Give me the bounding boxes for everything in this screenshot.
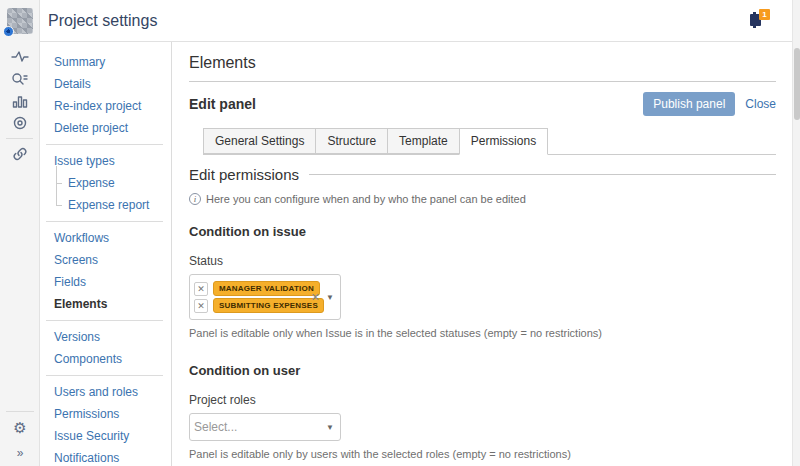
dropdown-arrow-icon[interactable]: ▼ xyxy=(326,423,334,432)
sidebar-item-issue-types[interactable]: Issue types xyxy=(40,150,171,172)
shortcuts-link-icon[interactable] xyxy=(0,145,40,163)
app-icon-rail: ⚙ » xyxy=(0,0,40,466)
rail-divider xyxy=(6,138,33,139)
status-lozenge: SUBMITTING EXPENSES xyxy=(213,298,324,313)
sidebar-item-components[interactable]: Components xyxy=(40,348,171,370)
page-header-title: Project settings xyxy=(48,12,157,30)
sidebar-item-summary[interactable]: Summary xyxy=(40,51,171,73)
project-roles-select[interactable]: Select... ▼ xyxy=(189,413,341,441)
sidebar-item-workflows[interactable]: Workflows xyxy=(40,227,171,249)
addon-notification-icon[interactable]: 1 xyxy=(748,9,770,29)
search-issues-icon[interactable] xyxy=(0,70,40,88)
addon-badge-count: 1 xyxy=(759,9,770,20)
edit-permissions-legend: Edit permissions xyxy=(189,166,776,183)
tab-template[interactable]: Template xyxy=(387,128,460,154)
page-title: Elements xyxy=(189,54,776,72)
scrollbar-track[interactable] xyxy=(792,0,800,466)
selected-status-row: ✕ MANAGER VALIDATION xyxy=(194,281,306,296)
sidebar-item-versions[interactable]: Versions xyxy=(40,326,171,348)
releases-target-icon[interactable] xyxy=(0,114,40,132)
project-settings-sidebar: Summary Details Re-index project Delete … xyxy=(40,42,172,466)
info-message: i Here you can configure when and by who… xyxy=(189,193,776,205)
sidebar-item-screens[interactable]: Screens xyxy=(40,249,171,271)
status-label: Status xyxy=(189,254,776,268)
project-roles-label: Project roles xyxy=(189,393,776,407)
project-avatar[interactable] xyxy=(7,8,33,34)
info-text: Here you can configure when and by who t… xyxy=(206,193,526,205)
project-roles-placeholder: Select... xyxy=(194,420,237,434)
sidebar-item-expense[interactable]: Expense xyxy=(40,172,171,194)
title-divider xyxy=(189,81,776,82)
selected-status-row: ✕ SUBMITTING EXPENSES xyxy=(194,298,306,313)
expand-sidebar-icon[interactable]: » xyxy=(0,444,40,462)
sidebar-divider xyxy=(46,375,163,376)
remove-tag-icon[interactable]: ✕ xyxy=(194,299,208,313)
info-icon: i xyxy=(189,193,201,205)
tab-permissions[interactable]: Permissions xyxy=(459,128,548,155)
status-helper-text: Panel is editable only when Issue is in … xyxy=(189,327,776,339)
rail-divider-bottom xyxy=(6,411,34,412)
sidebar-item-users-and-roles[interactable]: Users and roles xyxy=(40,381,171,403)
sidebar-item-delete-project[interactable]: Delete project xyxy=(40,117,171,139)
settings-gear-icon[interactable]: ⚙ xyxy=(0,418,40,436)
panel-tabs: General Settings Structure Template Perm… xyxy=(203,128,776,155)
page-header: Project settings 1 xyxy=(40,0,800,42)
sidebar-item-issue-security[interactable]: Issue Security xyxy=(40,425,171,447)
remove-tag-icon[interactable]: ✕ xyxy=(194,282,208,296)
project-type-badge-icon xyxy=(3,26,14,37)
sidebar-item-permissions[interactable]: Permissions xyxy=(40,403,171,425)
edit-panel-title: Edit panel xyxy=(189,96,643,112)
sidebar-divider xyxy=(46,320,163,321)
status-multiselect[interactable]: ✕ MANAGER VALIDATION ✕ SUBMITTING EXPENS… xyxy=(189,274,341,320)
main-content: Elements Edit panel Publish panel Close … xyxy=(173,42,792,466)
sidebar-item-expense-report[interactable]: Expense report xyxy=(40,194,171,216)
reports-icon[interactable] xyxy=(0,92,40,110)
sidebar-item-reindex-project[interactable]: Re-index project xyxy=(40,95,171,117)
sidebar-item-details[interactable]: Details xyxy=(40,73,171,95)
tab-structure[interactable]: Structure xyxy=(315,128,388,154)
publish-panel-button[interactable]: Publish panel xyxy=(643,92,735,116)
legend-rule xyxy=(309,174,776,175)
close-link[interactable]: Close xyxy=(745,97,776,111)
edit-permissions-heading: Edit permissions xyxy=(189,166,299,183)
activity-icon[interactable] xyxy=(0,48,40,66)
condition-on-user-heading: Condition on user xyxy=(189,363,776,378)
project-roles-helper-text: Panel is editable only by users with the… xyxy=(189,448,776,460)
tab-general-settings[interactable]: General Settings xyxy=(203,128,316,154)
condition-on-issue-heading: Condition on issue xyxy=(189,224,776,239)
sidebar-divider xyxy=(46,221,163,222)
dropdown-arrow-icon[interactable]: ▼ xyxy=(326,293,334,302)
sidebar-item-notifications[interactable]: Notifications xyxy=(40,447,171,466)
scrollbar-thumb[interactable] xyxy=(794,48,800,120)
sidebar-item-elements[interactable]: Elements xyxy=(40,293,171,315)
status-lozenge: MANAGER VALIDATION xyxy=(213,281,320,296)
sidebar-divider xyxy=(46,144,163,145)
sidebar-item-fields[interactable]: Fields xyxy=(40,271,171,293)
clear-select-icon[interactable]: ✕ xyxy=(311,291,320,304)
